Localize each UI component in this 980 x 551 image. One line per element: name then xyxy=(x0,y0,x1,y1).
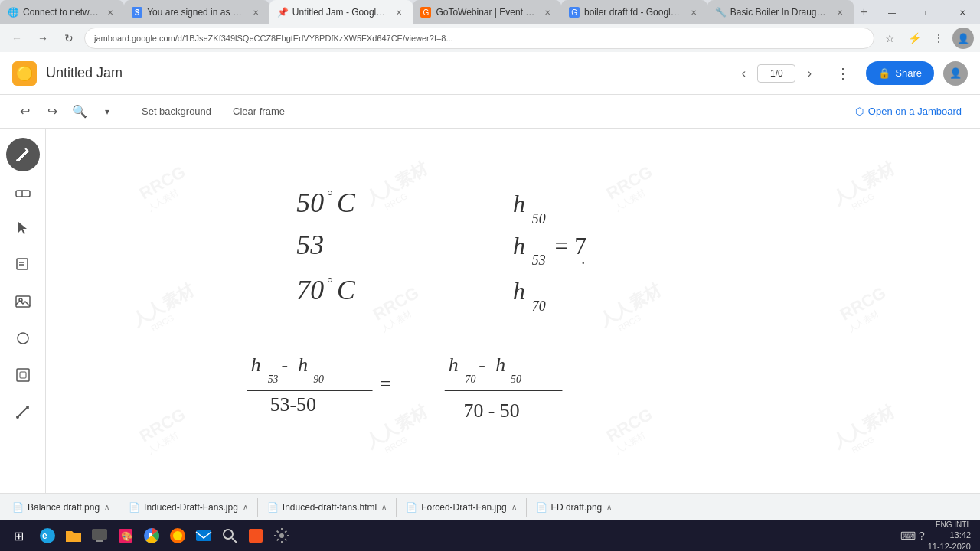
share-label: Share xyxy=(895,67,922,79)
canvas-area[interactable]: RRCG人人素材 人人素材RRCG RRCG人人素材 人人素材RRCG 人人素材… xyxy=(46,129,980,493)
bookmark-icon[interactable]: ☆ xyxy=(879,28,900,49)
download-chevron-4[interactable]: ∧ xyxy=(511,503,517,511)
download-icon-2: 📄 xyxy=(129,502,139,513)
zoom-button[interactable]: 🔍 xyxy=(67,99,92,124)
tab-connect-network[interactable]: 🌐 Connect to network ✕ xyxy=(0,0,124,24)
new-tab-button[interactable]: + xyxy=(854,2,874,23)
svg-text:C: C xyxy=(337,275,356,305)
minimize-button[interactable]: — xyxy=(874,0,910,24)
extension-icon[interactable]: ⚡ xyxy=(903,28,925,49)
taskbar-computer[interactable] xyxy=(87,522,112,549)
help-icon[interactable]: ? xyxy=(919,530,925,542)
tab-favicon-2: S xyxy=(132,7,142,18)
svg-text:70: 70 xyxy=(296,275,324,305)
redo-button[interactable]: ↪ xyxy=(40,99,64,124)
tab-basic-boiler[interactable]: 🔧 Basic Boiler In Draught... ✕ xyxy=(707,0,854,24)
download-item-3[interactable]: 📄 Induced-draft-fans.html ∧ xyxy=(261,499,393,516)
content-area: RRCG人人素材 人人素材RRCG RRCG人人素材 人人素材RRCG 人人素材… xyxy=(0,129,980,493)
svg-text:h: h xyxy=(513,191,525,217)
tab-close-3[interactable]: ✕ xyxy=(393,6,405,18)
refresh-button[interactable]: ↻ xyxy=(58,28,80,49)
tool-laser[interactable] xyxy=(6,395,40,429)
svg-rect-44 xyxy=(92,529,107,540)
clear-frame-button[interactable]: Clear frame xyxy=(224,101,294,122)
taskbar-chrome[interactable] xyxy=(139,522,164,549)
tab-close-4[interactable]: ✕ xyxy=(541,6,554,18)
tool-pen[interactable] xyxy=(6,138,40,171)
next-page-button[interactable]: › xyxy=(799,63,820,84)
back-button[interactable]: ← xyxy=(6,28,28,49)
header-menu-button[interactable]: ⋮ xyxy=(829,60,857,87)
download-chevron-1[interactable]: ∧ xyxy=(104,503,109,511)
tab-boiler-draft[interactable]: G boiler draft fd - Google ... ✕ xyxy=(561,0,707,24)
taskbar-ie[interactable]: e xyxy=(35,522,60,549)
taskbar-folder[interactable] xyxy=(61,522,86,549)
set-background-button[interactable]: Set background xyxy=(132,101,220,122)
tool-eraser[interactable] xyxy=(6,174,40,208)
taskbar-firefox[interactable] xyxy=(165,522,190,549)
svg-text:h: h xyxy=(513,233,525,259)
tab-label-2: You are signed in as m... xyxy=(147,7,245,18)
settings-icon[interactable]: ⋮ xyxy=(928,28,949,49)
taskbar-email[interactable] xyxy=(191,522,216,549)
download-item-4[interactable]: 📄 Forced-Draft-Fan.jpg ∧ xyxy=(400,499,522,516)
keyboard-icon[interactable]: ⌨ xyxy=(900,530,916,542)
tab-close-6[interactable]: ✕ xyxy=(834,6,846,18)
browser-toolbar-icons: ☆ ⚡ ⋮ 👤 xyxy=(879,28,974,49)
download-divider-4 xyxy=(526,498,527,517)
window-controls: — □ ✕ xyxy=(874,0,980,24)
svg-text:70: 70 xyxy=(466,373,476,385)
tab-close-1[interactable]: ✕ xyxy=(104,6,116,18)
download-chevron-3[interactable]: ∧ xyxy=(381,503,387,511)
undo-button[interactable]: ↩ xyxy=(12,99,37,124)
tab-favicon-6: 🔧 xyxy=(715,7,726,18)
svg-text:90: 90 xyxy=(313,373,324,385)
tool-shape[interactable] xyxy=(6,321,40,355)
open-jamboard-label: Open on a Jamboard xyxy=(868,106,962,117)
url-bar[interactable]: jamboard.google.com/d/1BJseZKf349lSQeCCZ… xyxy=(84,28,874,49)
tool-image[interactable] xyxy=(6,285,40,318)
svg-text:e: e xyxy=(42,530,47,541)
forward-button[interactable]: → xyxy=(32,28,54,49)
page-indicator: 1/0 xyxy=(757,64,795,83)
url-text: jamboard.google.com/d/1BJseZKf349lSQeCCZ… xyxy=(94,34,864,43)
tab-label-3: Untitled Jam - Google ... xyxy=(292,7,389,18)
download-chevron-2[interactable]: ∧ xyxy=(243,503,248,511)
download-item-2[interactable]: 📄 Induced-Draft-Fans.jpg ∧ xyxy=(122,499,254,516)
download-chevron-5[interactable]: ∧ xyxy=(606,503,612,511)
open-jamboard-button[interactable]: ⬡ Open on a Jamboard xyxy=(849,101,968,122)
tab-label-1: Connect to network xyxy=(23,7,100,18)
tool-frame[interactable] xyxy=(6,358,40,392)
download-label-5: FD draft.png xyxy=(551,502,603,513)
download-item-5[interactable]: 📄 FD draft.png ∧ xyxy=(530,499,619,516)
tab-close-2[interactable]: ✕ xyxy=(250,6,262,18)
maximize-button[interactable]: □ xyxy=(910,0,945,24)
close-button[interactable]: ✕ xyxy=(945,0,980,24)
zoom-more-button[interactable]: ▾ xyxy=(95,99,119,124)
tab-close-5[interactable]: ✕ xyxy=(688,6,700,18)
taskbar-search[interactable] xyxy=(217,522,242,549)
tab-signed-in[interactable]: S You are signed in as m... ✕ xyxy=(124,0,270,24)
address-bar: ← → ↻ jamboard.google.com/d/1BJseZKf349l… xyxy=(0,24,980,52)
profile-icon[interactable]: 👤 xyxy=(952,28,974,49)
svg-text:°: ° xyxy=(327,274,333,291)
svg-rect-6 xyxy=(16,296,30,307)
download-item-1[interactable]: 📄 Balance draft.png ∧ xyxy=(6,499,116,516)
svg-text:C: C xyxy=(337,187,356,218)
open-jamboard-icon: ⬡ xyxy=(855,106,864,117)
svg-point-11 xyxy=(16,416,19,419)
tool-sticky-note[interactable] xyxy=(6,248,40,282)
taskbar-settings[interactable] xyxy=(270,522,294,549)
taskbar-paint[interactable]: 🎨 xyxy=(113,522,138,549)
share-button[interactable]: 🔒 Share xyxy=(866,61,934,85)
tool-select[interactable] xyxy=(6,211,40,245)
tab-gotowebinar[interactable]: G GoToWebinar | Event D... ✕ xyxy=(413,0,561,24)
tab-untitled-jam[interactable]: 📌 Untitled Jam - Google ... ✕ xyxy=(270,0,413,24)
taskbar-slides[interactable] xyxy=(243,522,268,549)
svg-text:-: - xyxy=(282,354,289,376)
user-avatar[interactable]: 👤 xyxy=(943,61,968,86)
svg-text:70: 70 xyxy=(532,298,546,314)
prev-page-button[interactable]: ‹ xyxy=(733,63,754,84)
svg-text:50: 50 xyxy=(532,211,546,227)
start-button[interactable]: ⊞ xyxy=(3,520,34,551)
